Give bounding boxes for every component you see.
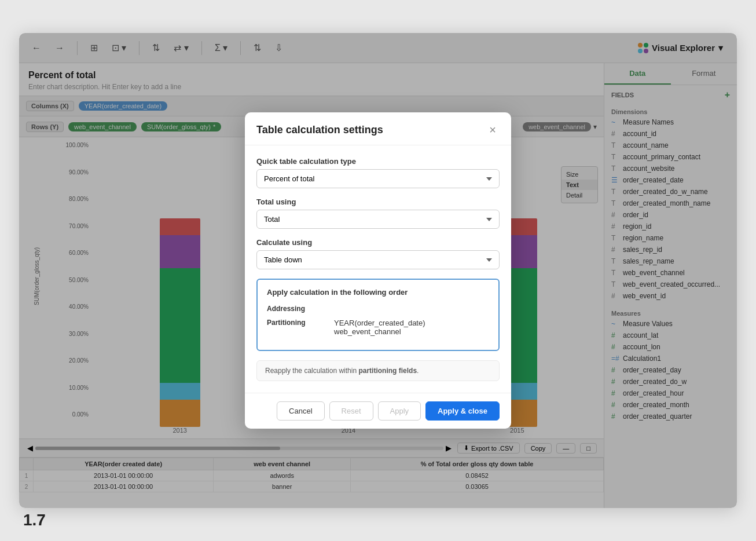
reapply-bold-text: partitioning fields bbox=[358, 367, 417, 375]
total-using-select[interactable]: Total bbox=[256, 210, 500, 229]
version-label: 1.7 bbox=[23, 511, 46, 529]
total-using-label: Total using bbox=[256, 198, 500, 206]
reapply-text-before: Reapply the calculation within bbox=[265, 367, 358, 375]
calc-using-label: Calculate using bbox=[256, 238, 500, 247]
partitioning-value-1: YEAR(order_created_date) bbox=[334, 319, 425, 327]
cancel-button[interactable]: Cancel bbox=[277, 401, 324, 421]
reapply-text-after: . bbox=[417, 367, 419, 375]
calc-order-box: Apply calculation in the following order… bbox=[256, 279, 500, 351]
reset-button[interactable]: Reset bbox=[329, 401, 373, 421]
outer-wrapper: ← → ⊞ ⊡ ▾ ⇅ ⇄ ▾ Σ ▾ ⇅ ⇩ bbox=[0, 0, 756, 541]
modal-footer: Cancel Reset Apply Apply & close bbox=[245, 393, 511, 429]
addressing-label: Addressing bbox=[267, 305, 325, 313]
partitioning-values: YEAR(order_created_date) web_event_chann… bbox=[334, 319, 425, 336]
modal-title: Table calculation settings bbox=[256, 124, 383, 136]
calc-using-select[interactable]: Table down bbox=[256, 250, 500, 269]
partitioning-row: Partitioning YEAR(order_created_date) we… bbox=[267, 319, 489, 336]
calc-order-title: Apply calculation in the following order bbox=[267, 288, 489, 297]
table-calc-modal: Table calculation settings × Quick table… bbox=[245, 112, 511, 429]
partitioning-value-2: web_event_channel bbox=[334, 327, 425, 336]
quick-calc-select[interactable]: Percent of total bbox=[256, 169, 500, 188]
quick-calc-group: Quick table calculation type Percent of … bbox=[256, 157, 500, 188]
quick-calc-label: Quick table calculation type bbox=[256, 157, 500, 166]
calc-using-group: Calculate using Table down bbox=[256, 238, 500, 269]
modal-body: Quick table calculation type Percent of … bbox=[245, 145, 511, 393]
modal-close-button[interactable]: × bbox=[486, 123, 500, 137]
main-window: ← → ⊞ ⊡ ▾ ⇅ ⇄ ▾ Σ ▾ ⇅ ⇩ bbox=[19, 33, 737, 508]
modal-overlay: Table calculation settings × Quick table… bbox=[19, 33, 737, 508]
apply-close-button[interactable]: Apply & close bbox=[425, 401, 500, 421]
total-using-group: Total using Total bbox=[256, 198, 500, 229]
apply-button[interactable]: Apply bbox=[378, 401, 421, 421]
partitioning-label: Partitioning bbox=[267, 319, 325, 336]
reapply-note: Reapply the calculation within partition… bbox=[256, 360, 500, 381]
addressing-row: Addressing bbox=[267, 305, 489, 313]
modal-header: Table calculation settings × bbox=[245, 112, 511, 145]
